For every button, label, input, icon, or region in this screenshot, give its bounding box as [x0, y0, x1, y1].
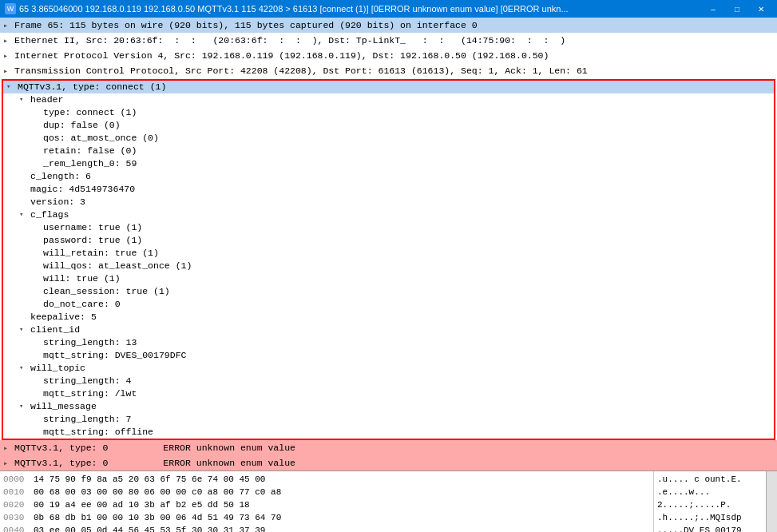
mqtt-tree-item-6[interactable]: c_length: 6	[3, 170, 774, 183]
window-controls: – □ ✕	[702, 2, 772, 15]
hex-addr-1: 0010	[3, 487, 34, 497]
tree-item-text-6: c_length: 6	[30, 170, 91, 183]
tree-item-icon-24: ▾	[19, 400, 30, 413]
mqtt-tree-item-4[interactable]: retain: false (0)	[3, 145, 774, 157]
tree-item-text-4: retain: false (0)	[43, 145, 137, 157]
mqtt-tree-item-7[interactable]: magic: 4d5149736470	[3, 183, 774, 196]
hex-addr-4: 0040	[3, 526, 34, 532]
hex-ascii-row-1: .e....w...	[657, 486, 763, 498]
tree-item-icon-14	[32, 272, 43, 285]
mqtt-tree-item-26[interactable]: mqtt_string: offline	[3, 426, 774, 439]
hex-ascii-row-4: .....DV ES_00179	[657, 524, 763, 532]
mqtt-tree-item-9[interactable]: ▾c_flags	[3, 208, 774, 221]
tree-item-text-11: password: true (1)	[43, 234, 142, 247]
frame-text: Frame 65: 115 bytes on wire (920 bits), …	[14, 20, 478, 30]
tree-item-text-0: header	[30, 93, 63, 106]
mqtt-tree-item-16[interactable]: do_not_care: 0	[3, 298, 774, 311]
mqtt-tree-item-2[interactable]: dup: false (0)	[3, 119, 774, 132]
mqtt-tree-item-17[interactable]: keepalive: 5	[3, 311, 774, 324]
mqtt-tree-item-8[interactable]: version: 3	[3, 196, 774, 208]
tree-item-icon-26	[32, 426, 43, 439]
mqtt-tree-item-3[interactable]: qos: at_most_once (0)	[3, 132, 774, 145]
tree-item-icon-13	[32, 260, 43, 272]
hex-ascii-row-2: 2.....;.....P.	[657, 498, 763, 511]
title-bar: W 65 3.865046000 192.168.0.119 192.168.0…	[0, 0, 777, 18]
tree-item-icon-3	[32, 132, 43, 145]
mqtt-tree-item-15[interactable]: clean_session: true (1)	[3, 285, 774, 298]
hex-row-0: 000014 75 90 f9 8a a5 20 63 6f 75 6e 74 …	[3, 473, 650, 486]
mqtt-tree-item-25[interactable]: string_length: 7	[3, 413, 774, 426]
tree-item-icon-11	[32, 234, 43, 247]
minimize-button[interactable]: –	[702, 2, 724, 15]
tree-item-icon-25	[32, 413, 43, 426]
mqtt-tree-item-10[interactable]: username: true (1)	[3, 221, 774, 234]
close-button[interactable]: ✕	[750, 2, 772, 15]
tree-item-text-7: magic: 4d5149736470	[30, 183, 135, 196]
maximize-button[interactable]: □	[726, 2, 748, 15]
tree-item-icon-10	[32, 221, 43, 234]
mqtt-tree-item-11[interactable]: password: true (1)	[3, 234, 774, 247]
mqtt-tree-item-14[interactable]: will: true (1)	[3, 272, 774, 285]
ethernet-text: Ethernet II, Src: 20:63:6f: : : (20:63:6…	[14, 35, 565, 46]
tree-item-icon-8	[19, 196, 30, 208]
packet-list: ▸ Frame 65: 115 bytes on wire (920 bits)…	[0, 18, 777, 78]
tree-item-text-19: string_length: 13	[43, 336, 137, 349]
ip-text: Internet Protocol Version 4, Src: 192.16…	[14, 50, 549, 61]
tcp-text: Transmission Control Protocol, Src Port:…	[14, 66, 588, 76]
tree-item-text-23: mqtt_string: /lwt	[43, 387, 137, 400]
hex-bytes-0: 14 75 90 f9 8a a5 20 63 6f 75 6e 74 00 4…	[34, 474, 650, 484]
error-row-2[interactable]: ▸ MQTTv3.1, type: 0 ERROR unknown enum v…	[0, 455, 777, 470]
hex-ascii-panel: .u.... c ount.E..e....w...2.....;.....P.…	[654, 471, 766, 532]
mqtt-tree-item-23[interactable]: mqtt_string: /lwt	[3, 387, 774, 400]
frame-row[interactable]: ▸ Frame 65: 115 bytes on wire (920 bits)…	[0, 18, 777, 33]
mqtt-tree-item-20[interactable]: mqtt_string: DVES_00179DFC	[3, 349, 774, 362]
hex-row-4: 004003 ee 00 05 0d 44 56 45 53 5f 30 30 …	[3, 524, 650, 532]
mqtt-tree-item-19[interactable]: string_length: 13	[3, 336, 774, 349]
tree-item-icon-20	[32, 349, 43, 362]
tree-item-icon-12	[32, 247, 43, 260]
mqtt-tree-item-0[interactable]: ▾header	[3, 93, 774, 106]
tree-item-text-9: c_flags	[30, 208, 69, 221]
mqtt-tree-item-24[interactable]: ▾will_message	[3, 400, 774, 413]
hex-scrollbar[interactable]	[766, 471, 777, 532]
error-row-1[interactable]: ▸ MQTTv3.1, type: 0 ERROR unknown enum v…	[0, 440, 777, 455]
tree-item-icon-19	[32, 336, 43, 349]
mqtt-header-row[interactable]: ▾ MQTTv3.1, type: connect (1)	[3, 81, 774, 93]
tree-item-text-25: string_length: 7	[43, 413, 131, 426]
hex-row-1: 001000 68 00 03 00 00 80 06 00 00 c0 a8 …	[3, 486, 650, 498]
tree-item-text-18: client_id	[30, 324, 80, 336]
mqtt-tree-item-21[interactable]: ▾will_topic	[3, 362, 774, 375]
mqtt-tree-item-5[interactable]: _rem_length_0: 59	[3, 157, 774, 170]
error-list: ▸ MQTTv3.1, type: 0 ERROR unknown enum v…	[0, 440, 777, 470]
mqtt-header-text: MQTTv3.1, type: connect (1)	[18, 81, 166, 93]
mqtt-tree-item-22[interactable]: string_length: 4	[3, 375, 774, 387]
error2-expand-icon: ▸	[3, 459, 14, 468]
mqtt-tree-item-12[interactable]: will_retain: true (1)	[3, 247, 774, 260]
tcp-row[interactable]: ▸ Transmission Control Protocol, Src Por…	[0, 63, 777, 78]
tree-item-text-8: version: 3	[30, 196, 85, 208]
tree-item-icon-0: ▾	[19, 93, 30, 106]
tree-item-icon-2	[32, 119, 43, 132]
tree-item-icon-21: ▾	[19, 362, 30, 375]
hex-ascii-0: .u.... c ount.E.	[657, 474, 742, 484]
tree-item-text-13: will_qos: at_least_once (1)	[43, 260, 192, 272]
tree-item-icon-4	[32, 145, 43, 157]
mqtt-tree-item-1[interactable]: type: connect (1)	[3, 106, 774, 119]
mqtt-section: ▾ MQTTv3.1, type: connect (1) ▾header ty…	[2, 79, 775, 440]
tree-item-icon-7	[19, 183, 30, 196]
hex-addr-3: 0030	[3, 513, 34, 522]
frame-expand-icon: ▸	[3, 21, 14, 30]
tree-item-text-14: will: true (1)	[43, 272, 121, 285]
tree-item-text-21: will_topic	[30, 362, 85, 375]
tree-item-icon-18: ▾	[19, 324, 30, 336]
error1-expand-icon: ▸	[3, 443, 14, 453]
mqtt-tree-item-18[interactable]: ▾client_id	[3, 324, 774, 336]
tree-item-icon-16	[32, 298, 43, 311]
tree-item-text-3: qos: at_most_once (0)	[43, 132, 159, 145]
hex-row-3: 00300b 68 db b1 00 00 10 3b 00 06 4d 51 …	[3, 511, 650, 524]
mqtt-tree-item-13[interactable]: will_qos: at_least_once (1)	[3, 260, 774, 272]
ip-row[interactable]: ▸ Internet Protocol Version 4, Src: 192.…	[0, 48, 777, 63]
ethernet-row[interactable]: ▸ Ethernet II, Src: 20:63:6f: : : (20:63…	[0, 33, 777, 48]
tree-item-icon-23	[32, 387, 43, 400]
mqtt-tree: ▾header type: connect (1) dup: false (0)…	[3, 93, 774, 439]
